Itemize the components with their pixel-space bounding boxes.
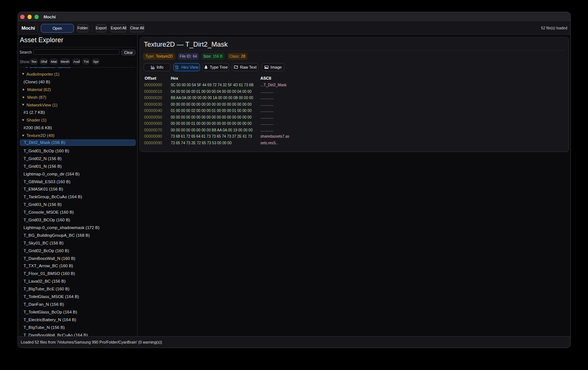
svg-text:0: 0 (177, 67, 178, 69)
svg-text:1: 1 (175, 67, 177, 69)
